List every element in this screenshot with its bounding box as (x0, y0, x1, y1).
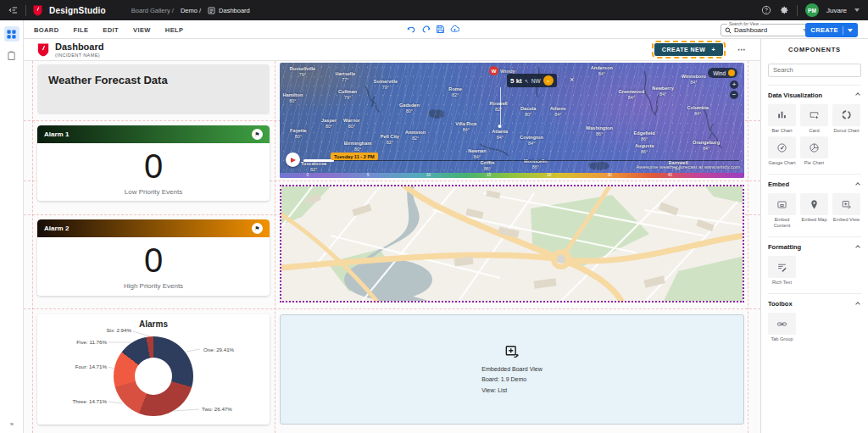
create-button[interactable]: CREATE (805, 23, 858, 37)
alarms-donut-card[interactable]: Alarms One: 29.41%Two: 26.47%Three: 14.7… (37, 314, 270, 425)
menu-view[interactable]: VIEW (133, 26, 151, 34)
donut-leader-lines (37, 314, 270, 425)
menu-edit[interactable]: EDIT (103, 26, 119, 34)
chevron-up-icon (855, 92, 860, 97)
component-tab-group[interactable]: Tab Group (768, 313, 796, 342)
view-search-input[interactable] (734, 26, 793, 34)
menu-board[interactable]: BOARD (34, 26, 59, 34)
component-embed-view[interactable]: Embed View (832, 193, 860, 229)
view-search-combobox[interactable]: Search for View (721, 24, 812, 36)
component-bar-chart[interactable]: Bar Chart (768, 104, 796, 134)
city-label: Pell City82° (381, 134, 399, 145)
embedded-street-map[interactable] (280, 185, 744, 303)
popup-stem (500, 87, 501, 125)
pie-chart-icon (809, 142, 820, 153)
component-donut-chart[interactable]: Donut Chart (832, 104, 860, 134)
city-label: Anderson84° (591, 65, 613, 76)
city-label: Roswell82° (490, 101, 508, 112)
section-header[interactable]: Toolbox (768, 300, 861, 308)
flag-icon[interactable]: ⚑ (252, 223, 263, 234)
component-embed-content[interactable]: Embed Content (768, 193, 796, 229)
scale-tick-label: 15 (487, 173, 491, 178)
alarm2-value: 0 (37, 243, 270, 277)
rail-expand-button[interactable]: » (0, 420, 24, 428)
user-menu-caret-icon[interactable] (854, 8, 860, 12)
divider (25, 5, 26, 16)
more-options-button[interactable]: ⋯ (737, 45, 747, 54)
help-icon[interactable] (761, 5, 771, 15)
embedded-board-view-widget[interactable]: Embedded Board View Board: 1.9 Demo View… (280, 314, 744, 425)
rail-dashboards-item[interactable] (4, 26, 19, 42)
divider (797, 5, 798, 16)
section-header[interactable]: Data Visualization (768, 92, 861, 99)
timeline-time-tag[interactable]: Tuesday 11 - 2 PM (331, 153, 378, 160)
menu-help[interactable]: HELP (165, 26, 184, 34)
zoom-in-button[interactable]: + (730, 80, 738, 89)
city-label: Greenwood84° (618, 89, 644, 100)
donut-slice-label: Three: 14.71% (72, 398, 107, 404)
city-label: Jasper80° (321, 118, 337, 129)
section-header[interactable]: Embed (768, 180, 861, 188)
cloud-sync-icon[interactable] (450, 25, 459, 34)
zoom-out-button[interactable]: − (730, 91, 738, 99)
divider (843, 26, 843, 35)
flag-icon[interactable]: ⚑ (252, 129, 263, 140)
components-search-input[interactable] (768, 64, 861, 77)
embed-view-icon (504, 343, 520, 360)
timeline-progress[interactable] (303, 159, 334, 162)
wind-popup[interactable]: 5 kt ↖ NW ⌄ (507, 74, 557, 87)
grid-icon (7, 30, 16, 39)
bar-chart-icon (776, 109, 787, 120)
section-header[interactable]: Formatting (768, 243, 861, 251)
city-label: Washington86° (586, 125, 613, 136)
wind-layer-button[interactable]: Wind (708, 68, 737, 78)
scale-tick-label: 40 (668, 173, 672, 178)
city-label: Anniston82° (405, 130, 426, 141)
link-icon (776, 319, 787, 330)
rich-text-widget[interactable]: Weather Forecast Data (37, 64, 270, 114)
city-label: Edgefield86° (634, 130, 655, 142)
collapse-menu-icon[interactable] (8, 5, 19, 15)
component-card[interactable]: Card (800, 104, 828, 134)
timeline-track[interactable] (334, 160, 739, 162)
location-pin-icon (498, 125, 502, 128)
embed-view-view: View: List (481, 386, 542, 396)
popup-dropdown-icon[interactable]: ⌄ (543, 75, 554, 86)
popup-close-icon[interactable]: × (570, 76, 574, 84)
city-label: Russellville79° (289, 66, 315, 77)
map-pin-icon (809, 199, 820, 210)
create-caret-icon[interactable] (848, 29, 853, 32)
city-label: Fayette80° (290, 128, 307, 139)
save-icon[interactable] (436, 25, 445, 34)
rail-forms-item[interactable] (4, 47, 19, 63)
create-new-button[interactable]: CREATE NEW + (654, 43, 723, 56)
component-embed-map[interactable]: Embed Map (800, 193, 828, 229)
embed-view-board: Board: 1.9 Demo (481, 375, 542, 385)
embed-view-description: Embedded Board View Board: 1.9 Demo View… (481, 364, 542, 396)
guide-line (748, 61, 748, 433)
redo-icon[interactable] (421, 25, 431, 34)
breadcrumb-demo[interactable]: Demo / (181, 7, 201, 14)
windy-attribution: Awesome weather forecast at www.windy.co… (636, 164, 740, 169)
section-data-visualization: Data Visualization Bar Chart Card (768, 85, 861, 167)
user-avatar[interactable]: PM (805, 3, 819, 17)
city-label: Tuscaloosa82° (301, 161, 326, 172)
settings-gear-icon[interactable] (779, 5, 789, 15)
donut-slice-label: Six: 2.94% (106, 327, 131, 333)
breadcrumb-gallery[interactable]: Board Gallery / (131, 7, 174, 14)
windy-wordmark: Windy (500, 69, 515, 74)
menu-file[interactable]: FILE (74, 26, 89, 34)
component-rich-text[interactable]: Rich Text (768, 256, 796, 286)
play-button[interactable] (286, 153, 300, 167)
component-pie-chart[interactable]: Pie Chart (800, 136, 828, 166)
undo-icon[interactable] (407, 25, 416, 34)
design-canvas[interactable]: Weather Forecast Data Alarm 1 ⚑ 0 Low Pr… (24, 61, 760, 433)
guide-line (275, 61, 275, 433)
city-label: Villa Rica84° (455, 121, 476, 132)
alarm2-card[interactable]: Alarm 2 ⚑ 0 High Priority Events (37, 219, 270, 296)
city-label: Athens84° (550, 106, 566, 117)
alarm1-value: 0 (37, 149, 270, 183)
weather-map-widget[interactable]: Russellville79°Hartselle77°Somerville79°… (280, 63, 744, 178)
alarm1-card[interactable]: Alarm 1 ⚑ 0 Low Priority Events (37, 125, 270, 201)
component-gauge-chart[interactable]: Gauge Chart (768, 136, 796, 166)
